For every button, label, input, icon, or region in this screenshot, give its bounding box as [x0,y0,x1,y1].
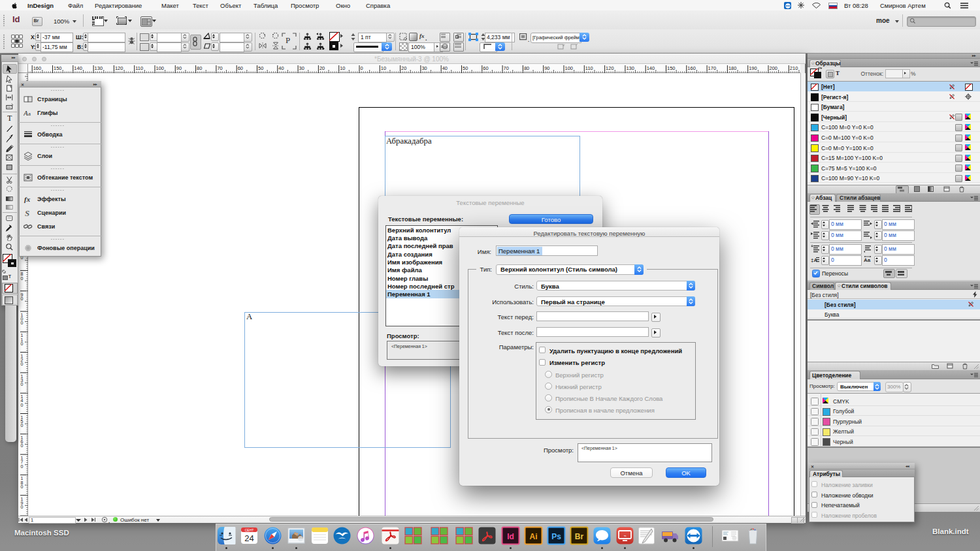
svg-text:130: 130 [95,65,103,71]
svg-text:180: 180 [728,65,737,71]
svg-text:120: 120 [115,65,123,71]
svg-text:0: 0 [21,484,24,489]
svg-text:50: 50 [463,65,468,71]
svg-text:Id: Id [507,532,514,541]
svg-text:⌁: ⌁ [623,533,626,538]
svg-text:160: 160 [687,65,696,71]
svg-text:20: 20 [319,65,325,71]
svg-text:fx: fx [24,195,31,203]
svg-text:170: 170 [708,65,717,71]
svg-text:60: 60 [238,65,243,71]
svg-text:Ps: Ps [551,532,561,541]
svg-text:150: 150 [667,65,676,71]
svg-text:0: 0 [21,321,24,325]
svg-text:70: 70 [504,65,509,71]
svg-text:70: 70 [217,65,222,71]
svg-text:100: 100 [156,65,165,71]
svg-text:30: 30 [421,65,427,71]
svg-text:A: A [24,109,28,117]
svg-text:T: T [7,114,12,122]
svg-text:10: 10 [381,65,386,71]
svg-text:140: 140 [647,65,655,71]
svg-text:0: 0 [21,362,24,366]
svg-text:90: 90 [544,65,549,71]
svg-text:0: 0 [21,464,24,469]
svg-text:80: 80 [524,65,529,71]
svg-text:20: 20 [401,65,406,71]
svg-text:Aa: Aa [864,257,871,263]
svg-text:Ai: Ai [529,532,537,541]
svg-text:140: 140 [74,65,82,71]
svg-text:S: S [25,208,29,217]
svg-text:100: 100 [565,65,574,71]
svg-text:Br: Br [574,532,583,541]
svg-text:40: 40 [278,65,284,71]
svg-text:0: 0 [21,382,24,386]
svg-text:0: 0 [21,341,24,346]
svg-text:0: 0 [21,443,24,448]
svg-text:СЕНТ: СЕНТ [244,528,253,532]
svg-text:200: 200 [770,65,778,71]
svg-text:30: 30 [299,65,304,71]
svg-text:0: 0 [21,403,24,407]
svg-text:24: 24 [244,533,253,543]
svg-text:190: 190 [749,65,757,71]
svg-text:160: 160 [33,65,42,71]
svg-text:50: 50 [258,65,263,71]
svg-text:90: 90 [176,65,182,71]
svg-text:120: 120 [606,65,614,71]
svg-text:0: 0 [361,65,363,71]
svg-text:110: 110 [135,65,143,71]
svg-text:a: a [28,110,31,117]
svg-text:80: 80 [197,65,202,71]
svg-text:210: 210 [790,65,798,71]
svg-text:110: 110 [585,65,593,71]
svg-text:130: 130 [626,65,634,71]
svg-text:60: 60 [483,65,488,71]
svg-text:‡A: ‡A [811,257,817,263]
svg-text:0: 0 [21,296,24,301]
svg-text:10: 10 [340,65,345,71]
svg-text:0: 0 [21,505,24,509]
svg-text:40: 40 [442,65,448,71]
svg-text:150: 150 [54,65,62,71]
svg-text:0: 0 [21,276,24,281]
svg-text:0: 0 [21,423,24,428]
